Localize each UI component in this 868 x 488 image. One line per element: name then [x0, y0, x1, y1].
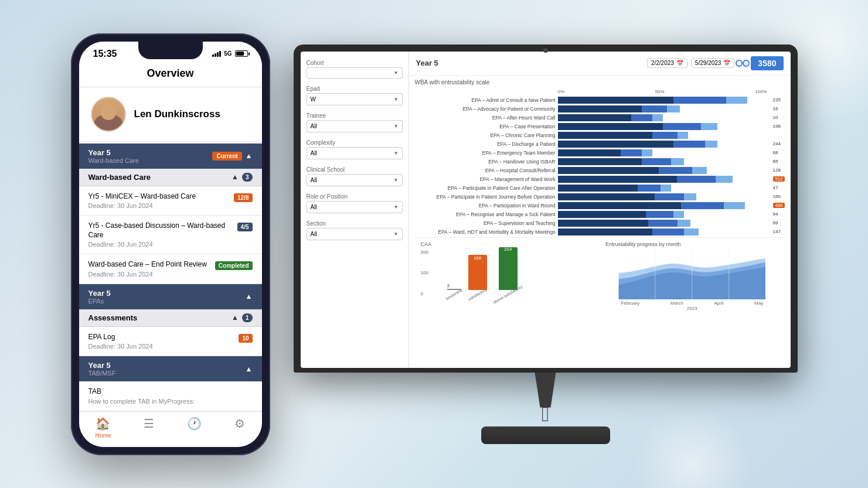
task-badge-minicex: 12/8 — [234, 193, 252, 202]
dashboard-sidebar: Cohort ▼ Epad W ▼ Trainee All — [301, 52, 409, 368]
section-select[interactable]: All ▼ — [307, 228, 403, 240]
caa-chart: CAA 200 100 0 — [415, 238, 600, 313]
tab-settings-btn[interactable]: ⚙ — [234, 417, 245, 439]
bar-container-13 — [558, 211, 768, 218]
bar-label-10: EPA – Participate in Patient Care After … — [415, 185, 556, 191]
epad-label: Epad — [301, 83, 409, 93]
year5-epas-header[interactable]: Year 5 EPAs ▲ — [79, 284, 262, 309]
wba-chart: WBA with entrustability scale 0% 50% 100… — [409, 76, 791, 368]
tab-list-btn[interactable]: ☰ — [144, 417, 154, 439]
bottom-charts: CAA 200 100 0 — [415, 237, 785, 313]
task-item-epr[interactable]: Ward-based Care – End Point Review Deadl… — [79, 254, 262, 284]
phone-notch — [138, 42, 203, 59]
bar-label-1: EPA – Advocacy for Patient or Community — [415, 106, 556, 112]
profile-section: Len Dunkinscross — [79, 87, 262, 141]
signal-icon — [212, 51, 221, 57]
role-select[interactable]: All ▼ — [307, 201, 403, 213]
axis-100: 100% — [755, 89, 767, 94]
bar-row-6: EPA – Emergency Team Member 68 — [415, 149, 785, 156]
cohort-arrow-icon: ▼ — [394, 70, 399, 76]
bar-count-11: 160 — [773, 194, 785, 199]
epa-log-item[interactable]: EPA Log Deadline: 30 Jun 2024 10 — [79, 327, 262, 357]
year5-ward-header[interactable]: Year 5 Ward-based Care Current ▲ — [79, 144, 262, 169]
monitor-base — [481, 426, 610, 444]
bar-container-11 — [558, 193, 768, 200]
monitor-screen: Cohort ▼ Epad W ▼ Trainee All — [301, 52, 791, 368]
trainee-select[interactable]: All ▼ — [307, 120, 403, 132]
task-deadline-cbd: Deadline: 30 Jun 2024 — [88, 241, 233, 248]
epa-log-deadline: Deadline: 30 Jun 2024 — [88, 343, 234, 350]
bar-row-3: EPA – Case Presentation 198 — [415, 123, 785, 130]
role-label: Role or Position — [301, 191, 409, 201]
date-from-input[interactable]: 2/2/2023 📅 — [647, 58, 687, 68]
slider-thumb-left[interactable] — [743, 60, 750, 67]
wba-title: WBA with entrustability scale — [415, 79, 785, 86]
bar-container-9 — [558, 176, 771, 183]
bar-container-7 — [558, 158, 768, 165]
monitor-device: Cohort ▼ Epad W ▼ Trainee All — [294, 45, 798, 373]
trainee-arrow-icon: ▼ — [394, 124, 399, 129]
axis-50: 50% — [655, 89, 665, 94]
complexity-value: All — [311, 150, 317, 156]
bar-row-4: EPA – Chronic Care Planning — [415, 132, 785, 139]
bar-label-14: EPA – Supervision and Teaching — [415, 220, 556, 226]
cohort-label: Cohort — [301, 57, 409, 67]
bar-container-10 — [558, 185, 768, 192]
tab-clock-btn[interactable]: 🕐 — [187, 417, 202, 439]
epad-value: W — [311, 96, 316, 103]
monthly-area — [605, 250, 779, 299]
epas-chevron-icon: ▲ — [246, 292, 253, 301]
clinical-school-arrow-icon: ▼ — [394, 178, 399, 183]
tab-name: TAB — [88, 387, 253, 397]
bar-container-8 — [558, 167, 768, 174]
task-item-cbd[interactable]: Yr5 - Case-based Discussion – Ward-based… — [79, 216, 262, 254]
epad-select[interactable]: W ▼ — [307, 93, 403, 105]
tab-home[interactable]: 🏠 Home — [96, 417, 111, 439]
date-to-input[interactable]: 5/29/2023 📅 — [691, 58, 735, 68]
complexity-select[interactable]: All ▼ — [307, 147, 403, 159]
role-arrow-icon: ▼ — [394, 204, 399, 210]
bar-label-15: EPA – Ward, HDT and Morbidity & Mortalit… — [415, 229, 556, 235]
task-name-minicex: Yr5 - MiniCEX – Ward-based Care — [88, 192, 230, 202]
tab-msf-subtitle: TAB/MSF — [88, 370, 116, 377]
clinical-school-select[interactable]: All ▼ — [307, 174, 403, 186]
section-ward-title: Ward-based Care — [88, 173, 151, 182]
phone-device: 15:35 5G Overview — [71, 33, 270, 455]
monitor-neck — [528, 373, 563, 408]
tab-item[interactable]: TAB How to complete TAB in MyProgress: — [79, 381, 262, 411]
section-label: Section — [301, 218, 409, 228]
phone-header: Overview — [79, 63, 262, 87]
bar-label-12: EPA – Participation in Ward Round — [415, 203, 556, 209]
task-item-minicex[interactable]: Yr5 - MiniCEX – Ward-based Care Deadline… — [79, 186, 262, 216]
clinical-school-value: All — [311, 177, 317, 183]
bar-container-0 — [558, 97, 768, 104]
cohort-select[interactable]: ▼ — [307, 67, 403, 79]
caa-y-axis: 200 100 0 — [421, 250, 428, 296]
slider-thumb-right[interactable] — [736, 60, 743, 67]
trainee-value: All — [311, 123, 317, 129]
year5-epas-title: Year 5 — [88, 289, 111, 298]
dashboard-main: Year 5 2/2/2023 📅 5/29/2023 📅 — [409, 52, 791, 368]
assessments-badge: 1 — [242, 313, 253, 322]
bar-row-12: EPA – Participation in Ward Round 496 — [415, 202, 785, 209]
caa-bars-container: 2 borderline — [431, 250, 525, 296]
assessments-section-header[interactable]: Assessments ▲ 1 — [79, 309, 262, 327]
year5-tab-header[interactable]: Year 5 TAB/MSF ▲ — [79, 356, 262, 381]
chart-area: WBA with entrustability scale 0% 50% 100… — [409, 76, 791, 368]
task-badge-epr: Completed — [215, 261, 253, 270]
trainee-label: Trainee — [301, 110, 409, 120]
monitor-wrapper: Cohort ▼ Epad W ▼ Trainee All — [294, 45, 798, 444]
bar-label-4: EPA – Chronic Care Planning — [415, 132, 556, 138]
avatar — [91, 97, 126, 132]
epa-log-badge: 10 — [239, 334, 252, 343]
profile-name: Len Dunkinscross — [134, 108, 220, 120]
status-time: 15:35 — [93, 49, 117, 59]
bar-count-8: 128 — [773, 168, 785, 173]
section-arrow-icon: ▼ — [394, 231, 399, 237]
year5-title: Year 5 — [88, 148, 139, 157]
epas-subtitle: EPAs — [88, 298, 111, 305]
monthly-chart: Entrustability progress by month — [600, 238, 785, 313]
bar-count-7: 85 — [773, 159, 785, 164]
battery-icon — [235, 50, 248, 57]
ward-care-section-header[interactable]: Ward-based Care ▲ 3 — [79, 169, 262, 186]
